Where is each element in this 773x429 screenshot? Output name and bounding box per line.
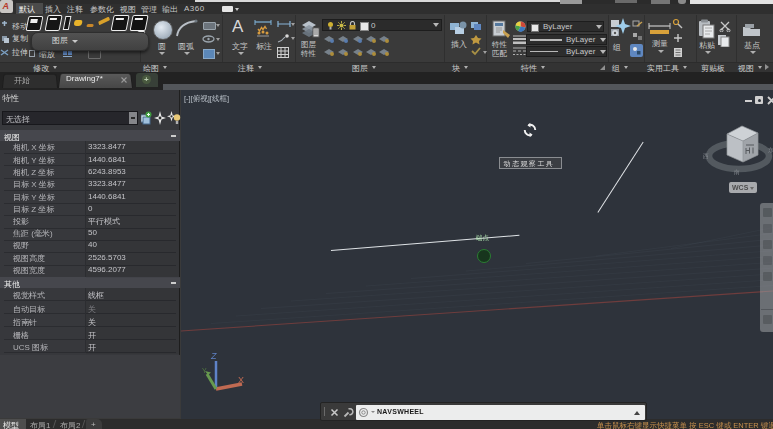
svg-text:X: X: [238, 375, 244, 385]
svg-text:Y: Y: [202, 367, 207, 374]
svg-text:Z: Z: [210, 351, 217, 361]
svg-text:西: 西: [703, 153, 709, 160]
svg-text:南: 南: [734, 169, 740, 175]
svg-text:东: 东: [768, 146, 773, 153]
